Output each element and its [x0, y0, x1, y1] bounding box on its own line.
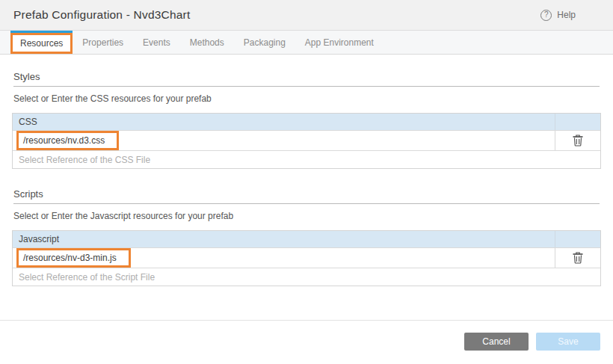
- script-add-resource-placeholder[interactable]: Select Reference of the Script File: [13, 268, 600, 286]
- css-add-resource-placeholder[interactable]: Select Reference of the CSS File: [13, 150, 600, 168]
- css-file-cell[interactable]: /resources/nv.d3.css: [13, 131, 555, 150]
- styles-description: Select or Enter the CSS resources for yo…: [13, 93, 600, 104]
- css-column-header: CSS: [13, 114, 555, 130]
- help-label: Help: [557, 10, 576, 20]
- tab-resources-label: Resources: [20, 38, 63, 49]
- css-resources-table: CSS /resources/nv.d3.css: [12, 113, 601, 169]
- script-table-header-row: Javascript: [13, 231, 600, 247]
- tab-app-environment-label: App Environment: [305, 37, 374, 48]
- script-resources-table: Javascript /resources/nv-d3-min.js: [12, 230, 601, 286]
- tab-methods-label: Methods: [190, 37, 224, 48]
- page-title: Prefab Configuration - Nvd3Chart: [13, 8, 190, 22]
- dialog-footer: Cancel Save: [0, 320, 613, 364]
- dialog-content: Styles Select or Enter the CSS resources…: [0, 71, 613, 286]
- delete-script-resource-button[interactable]: [571, 250, 585, 265]
- save-button[interactable]: Save: [536, 333, 600, 351]
- tab-bar: Resources Properties Events Methods Pack…: [0, 31, 613, 55]
- css-action-column-header: [555, 114, 600, 130]
- tab-events[interactable]: Events: [133, 31, 180, 54]
- styles-heading: Styles: [13, 71, 600, 87]
- scripts-heading: Scripts: [13, 188, 600, 204]
- trash-icon: [573, 135, 583, 146]
- css-table-header-row: CSS: [13, 114, 600, 130]
- script-column-header: Javascript: [13, 231, 555, 247]
- delete-css-resource-button[interactable]: [571, 133, 585, 148]
- table-row: /resources/nv-d3-min.js: [13, 247, 600, 268]
- tab-app-environment[interactable]: App Environment: [295, 31, 383, 54]
- cancel-button[interactable]: Cancel: [464, 333, 529, 351]
- css-row-actions: [555, 131, 600, 150]
- tab-packaging-label: Packaging: [244, 37, 286, 48]
- annotation-box-resources-tab: Resources: [10, 33, 73, 54]
- tab-resources[interactable]: Resources: [10, 31, 73, 54]
- section-styles: Styles Select or Enter the CSS resources…: [12, 71, 601, 169]
- tab-packaging[interactable]: Packaging: [234, 31, 295, 54]
- script-file-value-annotated[interactable]: /resources/nv-d3-min.js: [16, 248, 131, 268]
- css-file-value-annotated[interactable]: /resources/nv.d3.css: [16, 131, 119, 150]
- table-row: /resources/nv.d3.css: [13, 130, 600, 150]
- script-row-actions: [555, 248, 600, 268]
- dialog-titlebar: Prefab Configuration - Nvd3Chart ? Help: [0, 0, 613, 31]
- trash-icon: [573, 252, 583, 264]
- tab-properties[interactable]: Properties: [73, 31, 133, 54]
- script-action-column-header: [555, 231, 600, 247]
- script-file-cell[interactable]: /resources/nv-d3-min.js: [13, 248, 555, 268]
- help-button[interactable]: ? Help: [540, 10, 600, 21]
- help-icon: ?: [540, 10, 552, 21]
- section-scripts: Scripts Select or Enter the Javascript r…: [12, 188, 601, 286]
- tab-methods[interactable]: Methods: [180, 31, 234, 54]
- tab-properties-label: Properties: [82, 37, 123, 48]
- scripts-description: Select or Enter the Javascript resources…: [13, 211, 600, 221]
- tab-events-label: Events: [143, 37, 170, 48]
